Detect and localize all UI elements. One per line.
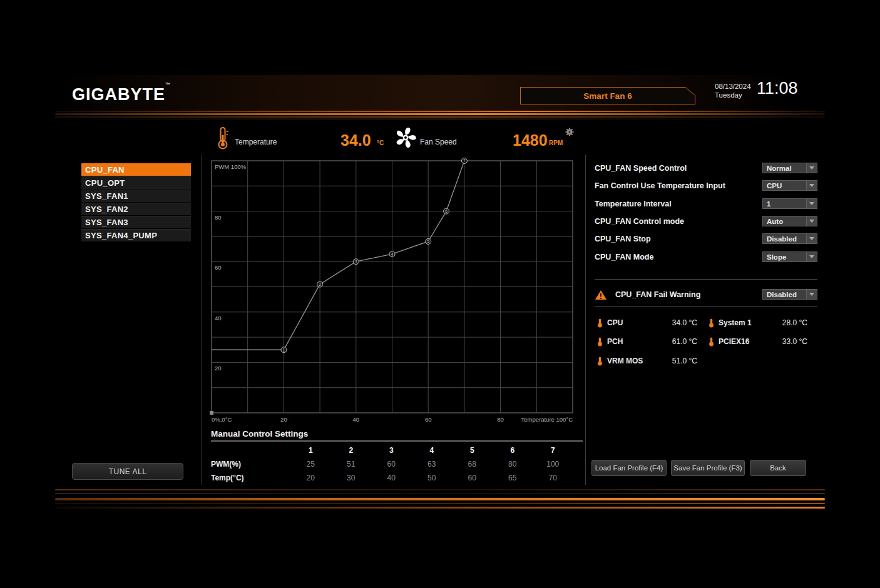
sensor-value: 61.0 °C [672,337,697,346]
svg-text:40: 40 [353,416,360,423]
sensor-name: System 1 [719,318,752,327]
control-mode-dropdown[interactable]: Auto [762,216,817,226]
col-header: 6 [493,446,533,455]
save-fan-profile-button[interactable]: Save Fan Profile (F3) [671,460,745,476]
col-header: 4 [412,446,453,455]
divider [211,440,583,442]
dropdown-value: CPU [763,182,806,190]
gigabyte-logo: GIGABYTE™ [72,82,171,104]
fail-warning-dropdown[interactable]: Disabled [762,289,817,300]
fan-list-item-sys-fan2[interactable]: SYS_FAN2 [81,203,191,215]
dropdown-value: 1 [763,200,806,208]
manual-temp-row: Temp(°C) 20 30 40 50 60 65 70 [211,472,583,484]
svg-text:60: 60 [425,416,432,423]
thermometer-icon [709,337,714,347]
tab-label: Smart Fan 6 [583,91,632,101]
fan-list-item-sys-fan3[interactable]: SYS_FAN3 [81,216,191,228]
temp-value[interactable]: 70 [533,474,573,482]
fan-speed-value: 1480 [513,131,548,150]
pwm-value[interactable]: 68 [452,460,493,469]
trademark: ™ [165,82,171,88]
svg-text:80: 80 [215,214,222,221]
temp-value[interactable]: 65 [493,474,533,482]
sensor-vrm-mos: VRM MOS 51.0 °C [597,356,697,366]
tab-smart-fan-6[interactable]: Smart Fan 6 [520,87,695,104]
setting-label: CPU_FAN Mode [595,253,653,261]
fan-list-item-cpu-fan[interactable]: CPU_FAN [81,163,191,176]
load-fan-profile-button[interactable]: Load Fan Profile (F4) [591,460,667,476]
manual-settings-title: Manual Control Settings [211,429,308,438]
fan-list-item-sys-fan4-pump[interactable]: SYS_FAN4_PUMP [81,229,191,241]
svg-text:PWM 100%: PWM 100% [215,163,247,170]
svg-text:1: 1 [283,348,285,352]
pwm-value[interactable]: 80 [493,460,533,469]
temp-input-dropdown[interactable]: CPU [762,180,817,191]
temp-value[interactable]: 40 [371,474,412,482]
footer-streak [55,498,825,500]
header-streak [55,111,825,112]
temp-interval-dropdown[interactable]: 1 [762,198,817,209]
setting-label: CPU_FAN Control mode [595,217,684,226]
back-button[interactable]: Back [750,460,806,476]
pwm-value[interactable]: 51 [331,460,372,469]
sensor-pciex16: PCIEX16 33.0 °C [709,337,807,347]
pwm-value[interactable]: 60 [371,460,412,469]
divider [595,279,817,280]
settings-gear-icon[interactable] [565,128,574,136]
fan-list: CPU_FAN CPU_OPT SYS_FAN1 SYS_FAN2 SYS_FA… [81,163,191,242]
sensor-system1: System 1 28.0 °C [709,318,807,328]
col-header: 2 [331,446,372,455]
clock-time: 11:08 [757,79,798,98]
col-header: 7 [533,446,573,455]
fan-stop-dropdown[interactable]: Disabled [762,233,817,244]
svg-text:Temperature 100°C: Temperature 100°C [521,416,573,423]
svg-text:3: 3 [355,260,357,264]
pwm-value[interactable]: 100 [533,460,573,469]
sensor-value: 33.0 °C [782,337,807,346]
thermometer-icon [597,337,603,347]
temperature-label: Temperature [235,138,277,146]
temp-value[interactable]: 20 [290,474,331,482]
svg-text:2: 2 [319,282,321,286]
chevron-down-icon [806,234,817,243]
temp-value[interactable]: 50 [412,474,453,482]
clock-date: 08/13/2024 Tuesday [715,82,751,99]
col-header: 1 [290,446,331,455]
svg-text:20: 20 [215,365,222,372]
temperature-unit: °C [377,139,384,146]
svg-text:40: 40 [215,315,222,322]
col-header: 3 [371,446,412,455]
temperature-value: 34.0 [340,131,371,150]
svg-text:7: 7 [463,158,466,163]
pwm-value[interactable]: 25 [290,460,331,469]
tune-all-button[interactable]: TUNE ALL [72,463,183,480]
pwm-value[interactable]: 63 [412,460,453,469]
sensor-cpu: CPU 34.0 °C [597,318,697,328]
temp-value[interactable]: 60 [452,474,493,482]
setting-label: Temperature Interval [595,200,672,208]
chevron-down-icon [806,290,817,299]
fan-speed-unit: RPM [549,139,563,146]
fan-list-item-sys-fan1[interactable]: SYS_FAN1 [81,190,191,202]
fan-list-item-cpu-opt[interactable]: CPU_OPT [81,176,191,189]
svg-text:0%,0°C: 0%,0°C [212,416,232,423]
fan-curve-chart[interactable]: PWM 100%806040200%,0°C20406080Temperatur… [205,157,581,426]
fan-list-label: SYS_FAN4_PUMP [85,231,157,240]
footer-streak [55,493,825,494]
fan-mode-dropdown[interactable]: Slope [762,251,817,262]
divider [202,155,202,485]
fail-warning-row: CPU_FAN Fail Warning Disabled [595,289,817,300]
setting-row-temp-input: Fan Control Use Temperature Input CPU [595,180,817,191]
manual-table-header: 1 2 3 4 5 6 7 [211,444,583,457]
sensor-name: VRM MOS [607,357,643,365]
sensor-value: 34.0 °C [672,318,697,327]
thermometer-icon [216,126,230,150]
divider [585,155,586,485]
svg-text:4: 4 [391,252,394,256]
svg-text:5: 5 [427,239,429,243]
temp-value[interactable]: 30 [331,474,372,482]
speed-control-dropdown[interactable]: Normal [762,163,817,173]
footer-streak [55,503,825,504]
sensor-name: PCH [607,337,623,346]
header-streak [55,116,825,118]
